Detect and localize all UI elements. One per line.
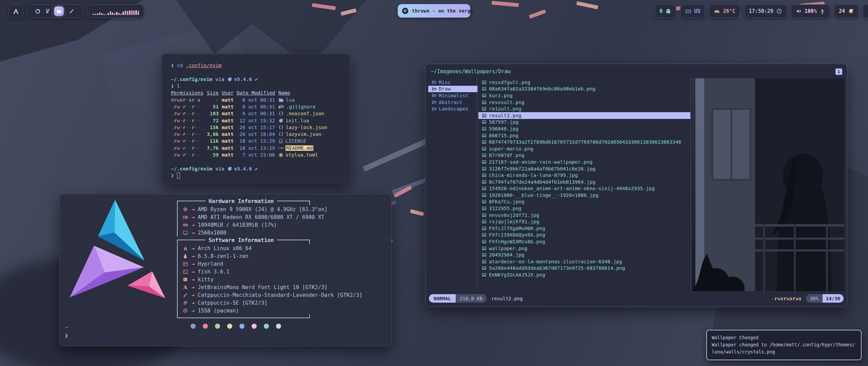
- sidebar-item-draw[interactable]: Draw: [428, 86, 478, 93]
- scroll-percent: 36%: [806, 294, 823, 303]
- tray-edge-pill[interactable]: [863, 4, 868, 18]
- file-item[interactable]: 866715.png: [478, 132, 690, 139]
- sidebar-item-abstract[interactable]: Abstract: [428, 99, 478, 106]
- keyboard-layout-pill[interactable]: US: [680, 4, 705, 18]
- fetch-item: →10948MiB / 64183MiB (17%): [182, 221, 394, 229]
- notifications-pill[interactable]: 24: [834, 4, 859, 18]
- keyboard-layout: US: [694, 8, 700, 14]
- now-playing-pill[interactable]: thrown - on the verge: [398, 4, 470, 18]
- file-item[interactable]: 19201080-__blue-tinge__-1920×1080.jpg: [478, 192, 690, 199]
- file-item[interactable]: 0c794faf07de24a4db4d4fb1eb813964.jpg: [478, 179, 690, 185]
- file-item[interactable]: 68747470733a2f2f696d616765732d7769786d70…: [478, 139, 690, 145]
- weather-pill[interactable]: 26°C: [709, 4, 740, 18]
- workspace-folder[interactable]: [54, 6, 64, 16]
- folder-open-icon: [432, 93, 437, 98]
- file-item[interactable]: 587597.jpg: [478, 119, 690, 126]
- ls-header: PermissionsSizeUserDate ModifiedName: [171, 89, 350, 96]
- folder-open-icon: [432, 100, 437, 105]
- image-file-icon: [482, 146, 487, 151]
- ls-row: drwxr-xr-x-matt6 oct 00:31lua: [171, 96, 350, 103]
- fetch-item: →kitty: [182, 276, 394, 283]
- launcher-button[interactable]: [8, 4, 23, 18]
- terminal-window[interactable]: ❯cd.config/nvim ~/.config/nvimviav5.4.6✔…: [162, 54, 350, 184]
- file-item[interactable]: 8FKa7Cu.jpeg: [478, 199, 690, 205]
- visualizer-bar: [118, 13, 120, 15]
- file-item[interactable]: 596848.jpg: [478, 125, 690, 132]
- ls-row: .rw-r--r--183matt6 oct 00:31{}.neoconf.j…: [171, 110, 350, 117]
- gpu-icon: [182, 215, 189, 220]
- visualizer-bar: [95, 14, 96, 15]
- file-item[interactable]: 5a266e448add93deab367d87173e9f25-6837886…: [478, 265, 690, 272]
- palette-dot: [239, 324, 244, 329]
- file-item[interactable]: 87r687df.png: [478, 152, 690, 159]
- folder-open-icon: [432, 106, 437, 111]
- workspace-brush[interactable]: [69, 8, 74, 14]
- image-file-icon: [482, 133, 487, 138]
- file-item[interactable]: chica-mirando-la-luna-8799.jpg: [478, 172, 690, 179]
- file-item[interactable]: nnvuv0xj2df71.jpg: [478, 212, 690, 219]
- image-file-icon: [482, 86, 487, 91]
- file-item[interactable]: super-mario.png: [478, 145, 690, 152]
- file-item[interactable]: atardecer-en-la-montanas-ilustracion-634…: [478, 258, 690, 265]
- file-item[interactable]: re1sult.png: [478, 105, 690, 112]
- system-tray: 0 US 26°C 17:50:29 100% 24: [655, 4, 859, 18]
- ls-row: .rw-r--r--7,7kmatt18 oct 13:29M↓README.m…: [171, 145, 350, 151]
- file-item[interactable]: 217167-sad-anime-rain-wallpaper.png: [478, 159, 690, 165]
- sidebar-item-landscapes[interactable]: Landscapes: [428, 105, 478, 112]
- icons-grid-icon: [182, 301, 189, 305]
- clock-pill[interactable]: 17:50:29: [744, 4, 787, 18]
- wallpaper-shard: [312, 3, 336, 10]
- package-icon: [182, 308, 189, 313]
- notification-toast[interactable]: Wallpaper Changed Wallpaper changed to /…: [706, 330, 862, 360]
- ls-row: .rw-r--r--15kmatt26 oct 15:17{}lazy-lock…: [171, 124, 350, 131]
- file-item[interactable]: 3126f7e9bbf21a8a4af0b67b041c6e26.jpg: [478, 165, 690, 172]
- file-item[interactable]: resssult.png: [478, 99, 690, 106]
- sidebar-item-minimalist[interactable]: Minimalist: [428, 92, 478, 99]
- arrow-icon: →: [192, 222, 195, 228]
- file-item[interactable]: FXfcHgcWIAMzs0G.png: [478, 238, 690, 245]
- fetch-item: →Catppuccin-Macchiato-Standard-Lavender-…: [182, 291, 394, 299]
- image-file-icon: [482, 186, 487, 191]
- breadcrumb-path: ~/Imagenes/Wallpapers/Draw: [431, 68, 511, 75]
- file-item[interactable]: 3122955.png: [478, 205, 690, 212]
- sidebar-item-misc[interactable]: Misc: [428, 79, 478, 86]
- visualizer-bar: [105, 14, 107, 15]
- file-item[interactable]: rsjqojlmjhf91.jpg: [478, 218, 690, 225]
- workspaces-pill[interactable]: V: [26, 4, 83, 18]
- file-item[interactable]: 154928-odinokoe_anime-art-anime-okno-sin…: [478, 185, 690, 192]
- file-item[interactable]: kurz.png: [478, 92, 690, 99]
- fetch-item: →AMD Ryzen 9 5900X (24) @ 4.9GHz [61.3°o…: [182, 205, 394, 213]
- file-item[interactable]: result2.png: [478, 112, 690, 119]
- audio-pill[interactable]: 100%: [791, 4, 830, 18]
- file-item[interactable]: wallpaper.png: [478, 245, 690, 252]
- file-item[interactable]: 08a634fa02a32364f69ebc86a98eb1eb.png: [478, 86, 690, 93]
- file-manager-window[interactable]: ~/Imagenes/Wallpapers/Draw 1 MiscDrawMin…: [425, 64, 847, 307]
- workspace-vim[interactable]: V: [46, 8, 49, 15]
- tab-badge[interactable]: 1: [835, 68, 842, 75]
- cwd: ~/.config/nvim: [171, 77, 212, 82]
- status-filename: result2.png: [491, 296, 523, 301]
- visualizer-bar: [103, 14, 105, 15]
- folder-open-icon: [432, 86, 437, 92]
- volume: 100%: [805, 8, 817, 14]
- preview-image: [692, 78, 844, 292]
- theme-icon: [182, 292, 189, 298]
- divider: [477, 78, 477, 292]
- fetch-item: →Catppuccin-SE [GTK2/3]: [182, 299, 394, 307]
- image-file-icon: [482, 80, 487, 85]
- image-file-icon: [482, 239, 487, 244]
- palette-dot: [227, 324, 232, 329]
- file-item[interactable]: FXfcII0X0AQyn9X.png: [478, 232, 690, 239]
- palette-dot: [215, 324, 220, 329]
- workspace-firefox[interactable]: [35, 8, 41, 14]
- file-item[interactable]: ressdfgult.png: [478, 79, 690, 86]
- book-icon: [278, 139, 283, 144]
- file-item[interactable]: FXfcJlTXgAMvH6R.png: [478, 225, 690, 232]
- fetch-window[interactable]: Hardware Information →AMD Ryzen 9 5900X …: [59, 194, 392, 346]
- markdown-icon: M↓: [278, 148, 283, 148]
- updates-pill[interactable]: 0: [655, 4, 676, 18]
- arrow-icon: →: [192, 214, 195, 220]
- file-item[interactable]: EeNKYgIUcAAJ5JX.png: [478, 271, 690, 278]
- file-item[interactable]: 20492984.jpg: [478, 251, 690, 258]
- folder-icon: [278, 97, 284, 103]
